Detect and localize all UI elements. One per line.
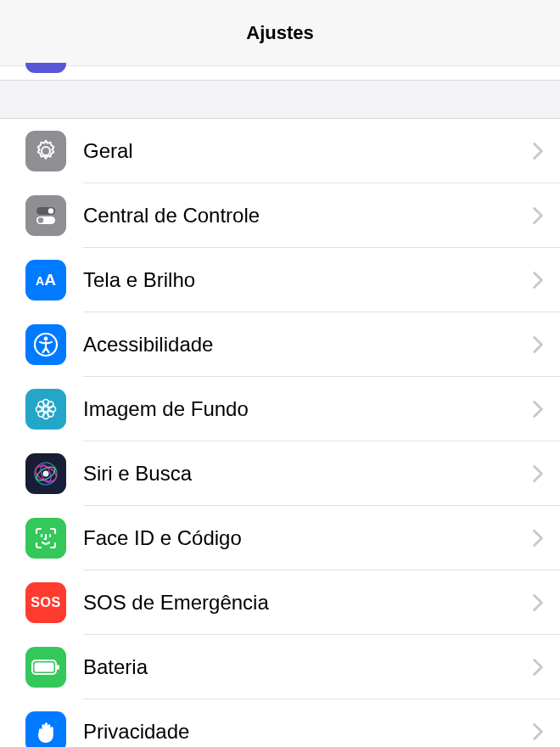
row-battery[interactable]: Bateria <box>0 635 560 699</box>
previous-section-partial <box>0 66 560 80</box>
svg-point-3 <box>38 217 43 222</box>
row-siri-search[interactable]: Siri e Busca <box>0 441 560 506</box>
row-wallpaper[interactable]: Imagem de Fundo <box>0 377 560 441</box>
sos-icon-text: SOS <box>31 595 60 610</box>
hand-icon <box>25 711 66 747</box>
row-control-center[interactable]: Central de Controle <box>0 183 560 248</box>
svg-rect-22 <box>57 665 59 670</box>
row-accessibility[interactable]: Acessibilidade <box>0 312 560 377</box>
partial-icon <box>25 63 66 73</box>
chevron-right-icon <box>533 659 543 676</box>
section-gap <box>0 80 560 119</box>
text-size-icon: AA <box>25 260 66 300</box>
row-label: Privacidade <box>83 720 533 744</box>
chevron-right-icon <box>533 272 543 289</box>
chevron-right-icon <box>533 401 543 418</box>
faceid-icon <box>25 518 66 559</box>
settings-section: Geral Central de Controle AA Tela e Bril… <box>0 119 560 747</box>
svg-rect-21 <box>35 663 54 672</box>
row-general[interactable]: Geral <box>0 119 560 183</box>
gear-icon <box>25 131 66 171</box>
row-display-brightness[interactable]: AA Tela e Brilho <box>0 248 560 312</box>
row-label: Siri e Busca <box>83 462 533 486</box>
chevron-right-icon <box>533 465 543 482</box>
siri-icon <box>25 453 66 494</box>
accessibility-icon <box>25 324 66 365</box>
row-label: Face ID e Código <box>83 526 533 550</box>
row-label: Bateria <box>83 655 533 679</box>
svg-point-19 <box>43 471 49 477</box>
row-label: SOS de Emergência <box>83 591 533 615</box>
chevron-right-icon <box>533 336 543 353</box>
row-label: Geral <box>83 139 533 163</box>
row-faceid-passcode[interactable]: Face ID e Código <box>0 506 560 570</box>
row-label: Acessibilidade <box>83 333 533 357</box>
header-bar: Ajustes <box>0 0 560 66</box>
svg-point-6 <box>43 407 48 412</box>
svg-point-5 <box>44 337 48 341</box>
chevron-right-icon <box>533 594 543 611</box>
chevron-right-icon <box>533 207 543 224</box>
toggles-icon <box>25 195 66 236</box>
svg-point-1 <box>48 208 53 213</box>
battery-icon <box>25 647 66 688</box>
page-title: Ajustes <box>246 22 313 44</box>
row-label: Imagem de Fundo <box>83 397 533 421</box>
row-label: Central de Controle <box>83 204 533 227</box>
flower-icon <box>25 389 66 430</box>
chevron-right-icon <box>533 530 543 547</box>
partial-row <box>0 66 560 80</box>
sos-icon: SOS <box>25 582 66 623</box>
row-emergency-sos[interactable]: SOS SOS de Emergência <box>0 570 560 635</box>
row-label: Tela e Brilho <box>83 268 533 292</box>
chevron-right-icon <box>533 723 543 740</box>
chevron-right-icon <box>533 143 543 160</box>
row-privacy[interactable]: Privacidade <box>0 699 560 747</box>
